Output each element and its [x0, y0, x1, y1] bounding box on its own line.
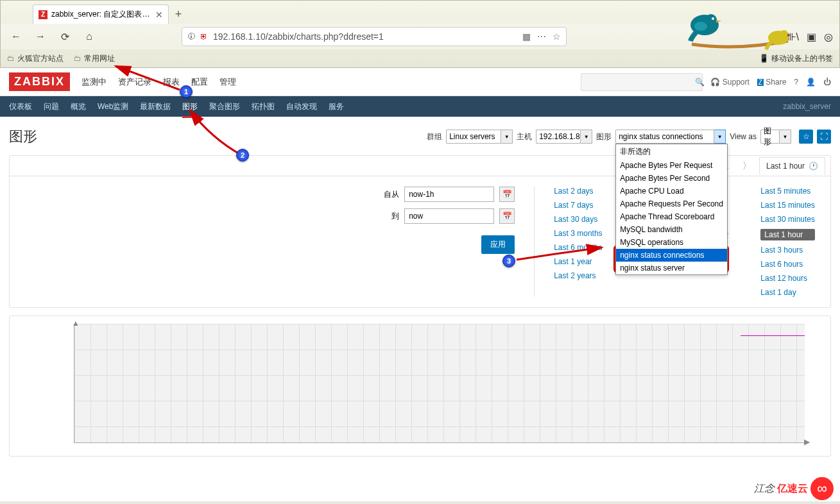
share-link[interactable]: Z Share	[757, 78, 786, 87]
divider	[534, 187, 535, 297]
tab-title: zabbix_server: 自定义图表 [每	[51, 9, 151, 20]
subnav-maps[interactable]: 拓扑图	[252, 101, 275, 112]
subnav-screens[interactable]: 聚合图形	[209, 101, 240, 112]
apply-button[interactable]: 应用	[481, 235, 515, 254]
browser-chrome: Z zabbix_server: 自定义图表 [每 ✕ + ← → ⟳ ⌂ 🛈 …	[0, 0, 840, 68]
fullscreen-button[interactable]: ⛶	[817, 130, 831, 144]
time-preset[interactable]: Last 1 hour	[760, 229, 815, 240]
time-preset[interactable]: Last 2 days	[554, 187, 602, 196]
time-preset[interactable]: Last 2 years	[554, 271, 602, 280]
subnav-discovery[interactable]: 自动发现	[286, 101, 317, 112]
dropdown-option[interactable]: Apache Thread Scoreboard	[616, 210, 727, 223]
url-bar[interactable]: 🛈 ⛨ 192.168.1.10/zabbix/charts.php?ddres…	[182, 27, 567, 46]
preset-col-1: Last 2 daysLast 7 daysLast 30 daysLast 3…	[554, 187, 602, 297]
dropdown-option[interactable]: Apache Bytes Per Second	[616, 172, 727, 185]
close-icon[interactable]: ✕	[155, 10, 163, 20]
from-input[interactable]	[404, 187, 494, 202]
support-link[interactable]: 🎧 Support	[710, 78, 749, 87]
search-box[interactable]: 🔍	[581, 73, 703, 91]
home-button[interactable]: ⌂	[80, 28, 98, 46]
account-icon[interactable]: ◎	[824, 31, 833, 43]
new-tab-button[interactable]: +	[169, 4, 188, 24]
chevron-down-icon[interactable]: ▼	[581, 130, 592, 144]
power-icon[interactable]: ⏻	[823, 78, 831, 87]
subnav-problems[interactable]: 问题	[44, 101, 59, 112]
reader-icon[interactable]: ▦	[522, 31, 531, 42]
chevron-right-icon[interactable]: 〉	[742, 160, 751, 172]
subnav-graphs[interactable]: 图形	[182, 101, 198, 112]
page-title-row: 图形 群组 Linux servers ▼ 主机 192.168.1.8 ▼ 图…	[9, 123, 831, 155]
subnav-latest[interactable]: 最新数据	[140, 101, 171, 112]
bookmark-common[interactable]: 🗀 常用网址	[74, 53, 115, 64]
chart-plot: ▲ ▶	[74, 324, 805, 443]
dropdown-option[interactable]: nginx status connections	[616, 249, 727, 262]
url-icons: ▦ ⋯ ☆	[522, 31, 561, 42]
dropdown-option[interactable]: Apache Requests Per Second	[616, 197, 727, 210]
back-button[interactable]: ←	[7, 28, 25, 46]
zabbix-favicon: Z	[39, 10, 47, 19]
chevron-down-icon[interactable]: ▼	[780, 130, 791, 144]
dropdown-option[interactable]: MySQL operations	[616, 236, 727, 249]
time-preset[interactable]: Last 15 minutes	[760, 201, 815, 210]
group-select[interactable]: Linux servers ▼	[446, 130, 513, 144]
dropdown-option[interactable]: 非所选的	[616, 144, 727, 159]
search-input[interactable]	[587, 77, 695, 87]
host-select[interactable]: 192.168.1.8 ▼	[536, 130, 592, 144]
svg-marker-7	[787, 34, 791, 37]
time-preset[interactable]: Last 3 hours	[760, 246, 815, 255]
calendar-icon[interactable]: 📅	[499, 187, 515, 202]
page-title: 图形	[9, 127, 37, 146]
to-input[interactable]	[404, 208, 494, 224]
calendar-icon[interactable]: 📅	[499, 208, 515, 224]
menu-reports[interactable]: 报表	[163, 76, 180, 88]
svg-point-6	[780, 30, 788, 38]
menu-config[interactable]: 配置	[191, 76, 208, 88]
menu-admin[interactable]: 管理	[219, 76, 236, 88]
to-label: 到	[380, 211, 399, 222]
dropdown-option[interactable]: Apache CPU Load	[616, 185, 727, 197]
subnav-web[interactable]: Web监测	[98, 101, 128, 112]
reload-button[interactable]: ⟳	[56, 28, 74, 46]
dropdown-option[interactable]: nginx status server	[616, 262, 727, 274]
favorite-button[interactable]: ☆	[799, 130, 813, 144]
subnav-services[interactable]: 服务	[329, 101, 344, 112]
dropdown-option[interactable]: Apache Bytes Per Request	[616, 159, 727, 172]
dots-icon[interactable]: ⋯	[537, 31, 546, 42]
browser-tab[interactable]: Z zabbix_server: 自定义图表 [每 ✕	[33, 4, 169, 24]
time-preset[interactable]: Last 30 minutes	[760, 215, 815, 224]
star-icon[interactable]: ☆	[553, 31, 561, 42]
user-icon[interactable]: 👤	[806, 78, 816, 87]
host-label: 主机	[517, 131, 532, 142]
zabbix-logo[interactable]: ZABBIX	[9, 72, 70, 91]
bookmark-firefox[interactable]: 🗀 火狐官方站点	[7, 53, 64, 64]
subnav-overview[interactable]: 概览	[71, 101, 86, 112]
graph-select[interactable]: nginx status connections ▼ 非所选的Apache By…	[615, 130, 726, 144]
search-icon[interactable]: 🔍	[695, 78, 705, 87]
svg-marker-3	[716, 20, 721, 22]
watermark-author: 江念	[754, 482, 775, 496]
forward-button[interactable]: →	[31, 28, 49, 46]
time-preset[interactable]: Last 1 day	[760, 288, 815, 297]
menu-monitoring[interactable]: 监测中	[81, 76, 107, 88]
main-menu: 监测中 资产记录 报表 配置 管理	[81, 76, 236, 88]
time-preset[interactable]: Last 6 hours	[760, 260, 815, 269]
dropdown-option[interactable]: MySQL bandwidth	[616, 223, 727, 236]
subnav-dashboard[interactable]: 仪表板	[9, 101, 32, 112]
group-value: Linux servers	[446, 130, 501, 144]
time-preset[interactable]: Last 12 hours	[760, 274, 815, 283]
time-preset[interactable]: Last 30 days	[554, 215, 602, 224]
annotation-number-3: 3	[502, 255, 515, 267]
time-preset[interactable]: Last 5 minutes	[760, 187, 815, 196]
chevron-down-icon[interactable]: ▼	[501, 130, 513, 144]
viewas-select[interactable]: 图形 ▼	[760, 130, 791, 144]
time-preset[interactable]: Last 6 months	[554, 243, 602, 252]
last-1hour-tab[interactable]: Last 1 hour 🕐	[759, 157, 825, 175]
time-preset[interactable]: Last 7 days	[554, 201, 602, 210]
time-preset[interactable]: Last 1 year	[554, 257, 602, 266]
help-icon[interactable]: ?	[794, 78, 798, 87]
clock-icon: 🕐	[809, 162, 818, 171]
menu-inventory[interactable]: 资产记录	[118, 76, 151, 88]
time-preset[interactable]: Last 3 months	[554, 229, 602, 238]
chevron-down-icon[interactable]: ▼	[714, 130, 726, 144]
sub-nav: 仪表板 问题 概览 Web监测 最新数据 图形 聚合图形 拓扑图 自动发现 服务…	[0, 96, 840, 117]
